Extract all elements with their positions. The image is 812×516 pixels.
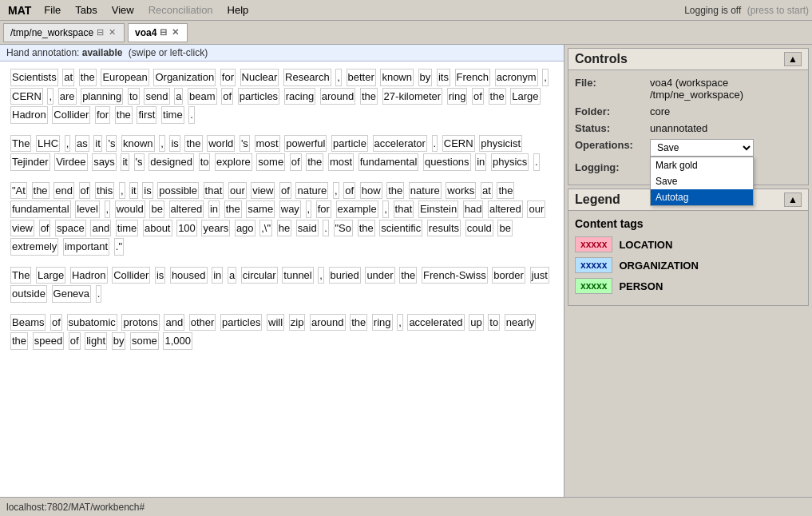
word-token[interactable]: the <box>115 106 133 124</box>
word-token[interactable]: 's <box>134 153 145 171</box>
word-token[interactable]: Research <box>283 69 331 86</box>
word-token[interactable]: , <box>119 182 125 200</box>
word-token[interactable]: and <box>164 314 184 331</box>
word-token[interactable]: possible <box>157 182 199 200</box>
word-token[interactable]: the <box>358 220 375 237</box>
word-token[interactable]: to <box>488 314 500 331</box>
word-token[interactable]: as <box>75 135 89 153</box>
tab-workspace-close[interactable]: ✕ <box>107 27 117 38</box>
word-token[interactable]: of <box>279 182 291 200</box>
word-token[interactable]: French-Swiss <box>422 267 488 284</box>
word-token[interactable]: ring <box>447 88 468 105</box>
word-token[interactable]: years <box>201 220 230 237</box>
word-token[interactable]: the <box>224 200 242 218</box>
word-token[interactable]: scientific <box>379 220 422 237</box>
word-token[interactable]: nearly <box>505 314 536 331</box>
word-token[interactable]: , <box>318 267 324 284</box>
word-token[interactable]: is <box>169 135 180 153</box>
word-token[interactable]: other <box>189 314 216 331</box>
word-token[interactable]: , <box>335 69 342 86</box>
word-token[interactable]: example <box>336 200 378 218</box>
word-token[interactable]: beam <box>188 88 217 105</box>
word-token[interactable]: some <box>256 153 285 171</box>
word-token[interactable]: be <box>149 200 164 218</box>
word-token[interactable]: same <box>246 200 275 218</box>
word-token[interactable]: just <box>530 267 549 284</box>
word-token[interactable]: Einstein <box>418 200 458 218</box>
word-token[interactable]: acronym <box>495 69 538 86</box>
word-token[interactable]: says <box>92 153 117 171</box>
word-token[interactable]: how <box>360 182 382 200</box>
word-token[interactable]: a <box>174 88 183 105</box>
word-token[interactable]: "At <box>10 182 27 200</box>
word-token[interactable]: for <box>95 106 110 124</box>
word-token[interactable]: , <box>397 314 403 331</box>
word-token[interactable]: particle <box>331 135 368 153</box>
word-token[interactable]: around <box>320 88 355 105</box>
word-token[interactable]: he <box>277 220 291 237</box>
word-token[interactable]: known <box>121 135 155 153</box>
word-token[interactable]: and <box>90 220 111 237</box>
text-area[interactable]: Scientists at the European Organization … <box>0 62 564 497</box>
word-token[interactable]: particles <box>238 88 279 105</box>
word-token[interactable]: , <box>105 200 111 218</box>
word-token[interactable]: it <box>121 153 129 171</box>
word-token[interactable]: it <box>129 182 138 200</box>
menu-help[interactable]: Help <box>221 2 255 18</box>
word-token[interactable]: designed <box>149 153 194 171</box>
dropdown-item-markgold[interactable]: Mark gold <box>651 157 753 173</box>
word-token[interactable]: view <box>10 220 34 237</box>
word-token[interactable]: that <box>204 182 224 200</box>
word-token[interactable]: said <box>296 220 319 237</box>
word-token[interactable]: most <box>255 135 280 153</box>
word-token[interactable]: to <box>199 153 211 171</box>
word-token[interactable]: the <box>184 135 202 153</box>
word-token[interactable]: Virdee <box>54 153 87 171</box>
word-token[interactable]: about <box>143 220 172 237</box>
word-token[interactable]: fundamental <box>10 200 71 218</box>
word-token[interactable]: 1,000 <box>163 332 192 350</box>
word-token[interactable]: . <box>533 153 540 171</box>
word-token[interactable]: Organization <box>153 69 216 86</box>
word-token[interactable]: explore <box>215 153 252 171</box>
word-token[interactable]: of <box>343 182 355 200</box>
word-token[interactable]: , <box>47 88 53 105</box>
word-token[interactable]: European <box>101 69 149 86</box>
word-token[interactable]: to <box>128 88 140 105</box>
word-token[interactable]: a <box>228 267 236 284</box>
word-token[interactable]: ring <box>372 314 393 331</box>
word-token[interactable]: . <box>188 106 195 124</box>
logging-status[interactable]: Logging is off (press to start) <box>684 5 809 16</box>
word-token[interactable]: Beams <box>10 314 46 331</box>
word-token[interactable]: in <box>212 267 223 284</box>
word-token[interactable]: , <box>333 182 339 200</box>
word-token[interactable]: our <box>228 182 247 200</box>
word-token[interactable]: of <box>221 88 233 105</box>
word-token[interactable]: Large <box>510 88 540 105</box>
word-token[interactable]: by <box>112 332 126 350</box>
word-token[interactable]: The <box>10 267 31 284</box>
word-token[interactable]: Hadron <box>10 106 48 124</box>
word-token[interactable]: 100 <box>176 220 197 237</box>
word-token[interactable]: will <box>267 314 284 331</box>
word-token[interactable]: 's <box>106 135 117 153</box>
word-token[interactable]: tunnel <box>282 267 313 284</box>
word-token[interactable]: it <box>93 135 102 153</box>
word-token[interactable]: in <box>208 200 220 218</box>
word-token[interactable]: under <box>365 267 394 284</box>
controls-collapse-button[interactable]: ▲ <box>784 52 802 66</box>
word-token[interactable]: space <box>55 220 86 237</box>
word-token[interactable]: altered <box>488 200 523 218</box>
word-token[interactable]: for <box>220 69 236 86</box>
word-token[interactable]: , <box>159 135 165 153</box>
word-token[interactable]: world <box>207 135 235 153</box>
word-token[interactable]: nature <box>295 182 328 200</box>
word-token[interactable]: , <box>382 200 389 218</box>
word-token[interactable]: the <box>32 182 50 200</box>
word-token[interactable]: that <box>394 200 414 218</box>
word-token[interactable]: the <box>399 267 417 284</box>
menu-file[interactable]: File <box>38 2 67 18</box>
word-token[interactable]: the <box>79 69 97 86</box>
word-token[interactable]: the <box>360 88 378 105</box>
word-token[interactable]: way <box>279 200 301 218</box>
